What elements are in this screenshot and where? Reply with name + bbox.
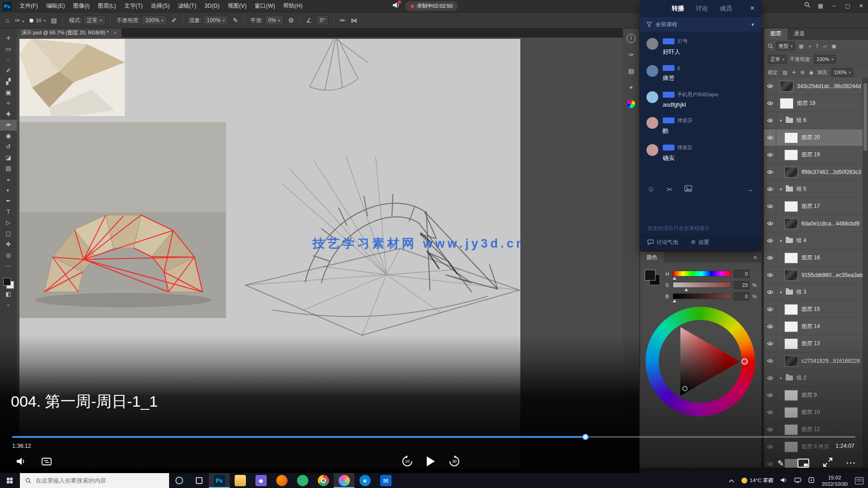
skip-back-button[interactable]: 10 xyxy=(401,455,413,467)
brightness-slider-thumb[interactable] xyxy=(673,300,676,302)
chat-close-icon[interactable]: ✕ xyxy=(750,5,755,12)
angle-input[interactable]: 0° xyxy=(316,15,329,25)
more-options-icon[interactable]: ··· xyxy=(846,459,856,467)
shape-tool[interactable]: ▢ xyxy=(0,228,17,239)
chat-settings[interactable]: ⚙ 设置 xyxy=(691,239,709,246)
menu-item[interactable]: 图像(I) xyxy=(69,0,94,12)
visibility-toggle-icon[interactable] xyxy=(764,181,776,197)
fill-select[interactable]: 100%▾ xyxy=(831,68,854,77)
filter-type-icon[interactable]: T xyxy=(815,43,820,49)
menu-item[interactable]: 滤镜(T) xyxy=(174,0,200,12)
layer-row[interactable]: 图层 18 xyxy=(764,95,863,112)
scrollbar-thumb[interactable] xyxy=(863,83,867,151)
brightness-value[interactable]: 0 xyxy=(734,292,750,300)
exit-fullscreen-icon[interactable] xyxy=(823,457,833,469)
clone-source-panel-icon[interactable]: ⌖ xyxy=(627,83,636,92)
notes-pencil-icon[interactable]: ✎ xyxy=(778,459,784,468)
weather-widget[interactable]: 14°C 雾霾 xyxy=(741,477,774,484)
tray-expand-icon[interactable] xyxy=(729,478,734,483)
menu-item[interactable]: 文字(T) xyxy=(120,0,147,12)
zoom-tool[interactable]: ◎ xyxy=(0,250,17,261)
search-icon[interactable] xyxy=(800,0,814,12)
workspace-icon[interactable]: ▦ xyxy=(814,0,827,12)
speaker-icon[interactable] xyxy=(392,2,400,10)
history-brush-tool[interactable]: ↺ xyxy=(0,141,17,152)
group-expand-icon[interactable]: ▾ xyxy=(780,187,782,192)
visibility-toggle-icon[interactable] xyxy=(764,78,776,94)
quick-mask-button[interactable]: ◧ xyxy=(0,289,17,300)
visibility-toggle-icon[interactable] xyxy=(764,232,776,249)
gradient-tool[interactable]: ▤ xyxy=(0,163,17,174)
pressure-opacity-icon[interactable]: ✐ xyxy=(169,17,179,24)
layer-row[interactable]: 343c254d1dc...96c08244d xyxy=(764,78,863,95)
color-swatches[interactable] xyxy=(3,278,14,289)
taskbar-app-mail[interactable]: ✉ xyxy=(375,473,396,488)
hue-value[interactable]: 0 xyxy=(734,270,750,278)
lasso-tool[interactable]: ◌ xyxy=(0,55,17,66)
menu-item[interactable]: 窗口(W) xyxy=(250,0,279,12)
group-expand-icon[interactable]: ▾ xyxy=(780,239,782,243)
smoothing-gear-icon[interactable]: ⚙ xyxy=(285,17,297,24)
taskbar-app-player[interactable] xyxy=(334,473,354,488)
maximize-button[interactable]: ▢ xyxy=(841,0,854,12)
play-button[interactable] xyxy=(427,456,435,466)
symmetry-icon[interactable]: ⋈ xyxy=(348,17,360,24)
clock[interactable]: 15:02 2022/10/30 xyxy=(821,474,848,487)
progress-bar[interactable] xyxy=(12,436,855,438)
edit-toolbar-button[interactable]: ⋯ xyxy=(0,261,17,272)
properties-panel-icon[interactable]: ▤ xyxy=(627,66,636,75)
move-tool[interactable]: ✛ xyxy=(0,33,17,44)
layer-row[interactable]: 图层 19 xyxy=(764,146,863,164)
volume-icon[interactable] xyxy=(16,457,25,467)
chat-message-list[interactable]: 37号好吓人8痛苦手机用户3582iajxeasdfghjkl律道莎酷律道莎确实 xyxy=(640,32,761,181)
visibility-toggle-icon[interactable] xyxy=(764,301,776,318)
saturation-value[interactable]: 23 xyxy=(734,281,750,289)
clone-stamp-tool[interactable]: ◉ xyxy=(0,131,17,141)
tab-broadcast[interactable]: 转播 xyxy=(672,5,684,13)
visibility-toggle-icon[interactable] xyxy=(764,215,776,232)
group-expand-icon[interactable]: ▾ xyxy=(780,118,782,123)
task-view-button[interactable] xyxy=(189,473,209,488)
foreground-color-swatch[interactable] xyxy=(645,270,656,281)
layer-row[interactable]: 图层 14 xyxy=(764,318,863,335)
visibility-toggle-icon[interactable] xyxy=(764,164,776,180)
picture-in-picture-icon[interactable] xyxy=(797,459,809,468)
color-wheel-panel-icon[interactable] xyxy=(627,100,635,108)
menu-item[interactable]: 选择(S) xyxy=(147,0,174,12)
menu-item[interactable]: 3D(D) xyxy=(200,0,223,12)
layer-row[interactable]: 图层 15 xyxy=(764,301,863,318)
visibility-toggle-icon[interactable] xyxy=(764,95,776,112)
quick-selection-tool[interactable]: ✐ xyxy=(0,66,17,76)
chevron-down-icon[interactable]: ▼ xyxy=(750,22,755,27)
visibility-toggle-icon[interactable] xyxy=(764,129,776,146)
lock-artboard-icon[interactable]: ⊞ xyxy=(800,70,806,75)
brightness-slider[interactable] xyxy=(673,293,731,299)
search-input[interactable] xyxy=(35,477,164,484)
pen-tool[interactable]: ✒ xyxy=(0,196,17,206)
taskbar-search[interactable] xyxy=(20,473,169,488)
tab-channels[interactable]: 通道 xyxy=(788,28,811,40)
cut-icon[interactable]: ✂ xyxy=(666,185,672,194)
lock-transparency-icon[interactable]: ▨ xyxy=(782,70,788,75)
taskbar-app-edge[interactable]: e xyxy=(354,473,375,488)
taskbar-app-chrome[interactable] xyxy=(313,473,334,488)
menu-item[interactable]: 图层(L) xyxy=(94,0,120,12)
path-select-tool[interactable]: ▷ xyxy=(0,217,17,228)
visibility-toggle-icon[interactable] xyxy=(764,267,776,283)
hue-slider[interactable] xyxy=(673,271,731,277)
menu-item[interactable]: 帮助(H) xyxy=(279,0,306,12)
layer-row[interactable]: ▾组 3 xyxy=(764,284,863,301)
filter-type-select[interactable]: 类型▾ xyxy=(776,42,795,51)
info-panel-icon[interactable]: i xyxy=(627,34,636,43)
layer-row[interactable]: 图层 17 xyxy=(764,198,863,215)
layer-row[interactable]: ▾组 6 xyxy=(764,112,863,129)
airbrush-icon[interactable]: ✎ xyxy=(230,17,241,24)
brush-tool[interactable]: ✑ xyxy=(0,120,17,131)
layer-row[interactable]: ▾组 4 xyxy=(764,232,863,249)
layer-row[interactable]: 图层 16 xyxy=(764,249,863,267)
cortana-button[interactable] xyxy=(169,473,189,488)
brush-size-preview[interactable]: 10▾ xyxy=(27,18,48,23)
eraser-tool[interactable]: ◪ xyxy=(0,152,17,163)
taskbar-app-explorer[interactable] xyxy=(230,473,250,488)
visibility-toggle-icon[interactable] xyxy=(764,112,776,129)
